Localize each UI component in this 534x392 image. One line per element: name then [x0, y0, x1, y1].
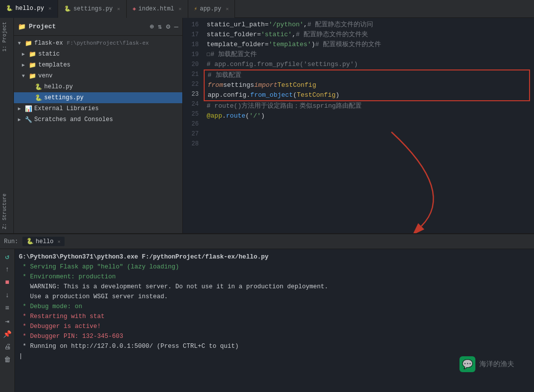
- line-num: 27: [183, 129, 199, 139]
- code-text: # 配置静态文件的文件夹: [296, 30, 368, 40]
- wechat-icon: 💬: [459, 356, 475, 372]
- main-area: 1: Project Z: Structure 📁 Project ⊕ ⇅ ⚙ …: [0, 18, 534, 233]
- code-text: ): [335, 90, 339, 100]
- tab-close-icon[interactable]: ✕: [226, 6, 229, 12]
- console-line: * Debugger is active!: [19, 322, 530, 331]
- tree-item-static[interactable]: ▶ 📁 static: [14, 49, 182, 60]
- tab-close-icon[interactable]: ✕: [117, 6, 120, 12]
- tree-item-hello-py[interactable]: ▶ 🐍 hello.py: [14, 81, 182, 92]
- code-text: import: [254, 80, 278, 90]
- console-line: * Restarting with stat: [19, 312, 530, 322]
- tree-item-venv[interactable]: ▼ 📁 venv: [14, 70, 182, 81]
- code-lines[interactable]: static_url_path= '/python' , # 配置静态文件的访问…: [203, 18, 534, 233]
- tree-label: templates: [38, 62, 71, 68]
- scroll-down-button[interactable]: ↓: [2, 290, 13, 301]
- code-text: 'templates': [269, 40, 311, 50]
- scroll-up-button[interactable]: ↑: [2, 264, 13, 275]
- wechat-symbol: 💬: [462, 359, 473, 370]
- lib-icon: 📊: [25, 105, 32, 113]
- tab-app-py[interactable]: ⚡ app.py ✕: [188, 0, 235, 18]
- console-line: WARNING: This is a development server. D…: [19, 282, 530, 292]
- code-text: route: [226, 111, 245, 121]
- tree-item-settings-py[interactable]: ▶ 🐍 settings.py: [14, 92, 182, 103]
- tab-label: settings.py: [74, 5, 113, 12]
- line-num: 19: [183, 50, 199, 60]
- tab-label: index.html: [139, 5, 174, 12]
- console-line: * Running on http://127.0.0.1:5000/ (Pre…: [19, 341, 530, 351]
- code-content: 16 17 18 19 20 21 22 23 24 25 26 27 28: [183, 18, 534, 233]
- tab-close-icon[interactable]: ✕: [49, 5, 52, 11]
- code-editor[interactable]: 16 17 18 19 20 21 22 23 24 25 26 27 28: [183, 18, 534, 233]
- code-line-16: static_url_path= '/python' , # 配置静态文件的访问: [203, 20, 534, 30]
- tab-bar: 🐍 hello.py ✕ 🐍 settings.py ✕ ◈ index.htm…: [0, 0, 534, 18]
- tab-close-icon[interactable]: ✕: [179, 6, 182, 12]
- tree-label: static: [38, 51, 60, 58]
- format-button[interactable]: ≡: [2, 303, 13, 314]
- tree-item-flask-ex[interactable]: ▼ 📁 flask-ex F:\pythonProject\flask-ex: [14, 38, 182, 49]
- code-text: (: [245, 111, 249, 121]
- code-text: ,: [292, 30, 296, 40]
- code-text: # 配置静态文件的访问: [307, 20, 374, 30]
- tree-item-external-libs[interactable]: ▶ 📊 External Libraries: [14, 103, 182, 114]
- run-icon: 🐍: [26, 238, 34, 245]
- code-line-21: # app.config.from_pyfile('settings.py'): [203, 60, 534, 69]
- header-icons: ⊕ ⇅ ⚙ —: [150, 22, 178, 31]
- settings-icon[interactable]: ⚙: [166, 22, 170, 31]
- code-text: # 配置模板文件的文件: [315, 40, 381, 50]
- expand-arrow: ▶: [18, 117, 23, 123]
- folder-icon: 📁: [18, 23, 26, 31]
- code-text: '/': [249, 111, 261, 121]
- code-text: template_folder=: [207, 40, 269, 50]
- close-icon[interactable]: ✕: [58, 239, 61, 245]
- tab-label: hello.py: [15, 5, 44, 12]
- code-line-28: @app . route ( '/' ): [203, 111, 534, 121]
- wrap-button[interactable]: ⇥: [2, 316, 13, 327]
- minimize-icon[interactable]: —: [174, 23, 178, 31]
- run-tab-bar: Run: 🐍 hello ✕: [0, 234, 534, 249]
- console-line: * Debugger PIN: 132-345-603: [19, 331, 530, 341]
- code-text: '/python': [269, 20, 304, 30]
- expand-arrow: ▶: [22, 51, 27, 57]
- expand-arrow: ▼: [18, 41, 23, 46]
- line-num: 26: [183, 119, 199, 129]
- code-text: # 加载配置: [208, 70, 241, 80]
- print-button[interactable]: 🖨: [2, 341, 13, 352]
- line-num: 25: [183, 109, 199, 119]
- code-line-17: static_folder= 'static' , # 配置静态文件的文件夹: [203, 30, 534, 40]
- project-sidebar-label[interactable]: 1: Project: [0, 18, 13, 56]
- code-text: from: [208, 80, 223, 90]
- tab-hello-py[interactable]: 🐍 hello.py ✕: [0, 0, 58, 18]
- clear-button[interactable]: 🗑: [2, 354, 13, 365]
- tree-item-scratches[interactable]: ▶ 🔧 Scratches and Consoles: [14, 114, 182, 125]
- code-line-20: ☐ # 加载配置文件: [203, 50, 534, 60]
- line-num: 24: [183, 99, 199, 109]
- js-icon: ⚡: [194, 5, 198, 12]
- code-line-23: # 加载配置: [204, 69, 530, 80]
- structure-sidebar-label[interactable]: Z: Structure: [0, 190, 13, 233]
- stop-button[interactable]: ■: [2, 277, 13, 288]
- tree-item-templates[interactable]: ▶ 📁 templates: [14, 60, 182, 70]
- rerun-button[interactable]: ↺: [2, 251, 13, 262]
- sync-icon[interactable]: ⇅: [158, 22, 162, 31]
- console-line: * Serving Flask app "hello" (lazy loadin…: [19, 262, 530, 272]
- console-cursor: [19, 351, 530, 361]
- pin-button[interactable]: 📌: [2, 328, 13, 339]
- url-link[interactable]: http://127.0.0.1:5000/: [71, 343, 153, 350]
- folder-icon: 📁: [29, 62, 36, 69]
- run-tab-hello[interactable]: 🐍 hello ✕: [22, 237, 65, 246]
- tab-settings-py[interactable]: 🐍 settings.py ✕: [58, 0, 127, 18]
- project-header: 📁 Project ⊕ ⇅ ⚙ —: [14, 18, 182, 36]
- expand-arrow: ▼: [22, 73, 27, 79]
- code-line-27: # route()方法用于设定路由；类似spring路由配置: [203, 101, 534, 111]
- py-icon: 🐍: [6, 5, 13, 11]
- folder-icon: 📁: [29, 72, 36, 80]
- tree-label: Scratches and Consoles: [34, 116, 113, 123]
- bottom-toolbar: ↺ ↑ ■ ↓ ≡ ⇥ 📌 🖨 🗑: [0, 249, 15, 392]
- scratches-icon: 🔧: [25, 116, 32, 124]
- code-text: # route()方法用于设定路由；类似spring路由配置: [207, 101, 362, 111]
- tree-label: flask-ex: [34, 40, 63, 47]
- code-text: 'static': [261, 30, 292, 40]
- add-icon[interactable]: ⊕: [150, 22, 153, 31]
- tab-index-html[interactable]: ◈ index.html ✕: [127, 0, 188, 18]
- code-text: settings: [223, 80, 254, 90]
